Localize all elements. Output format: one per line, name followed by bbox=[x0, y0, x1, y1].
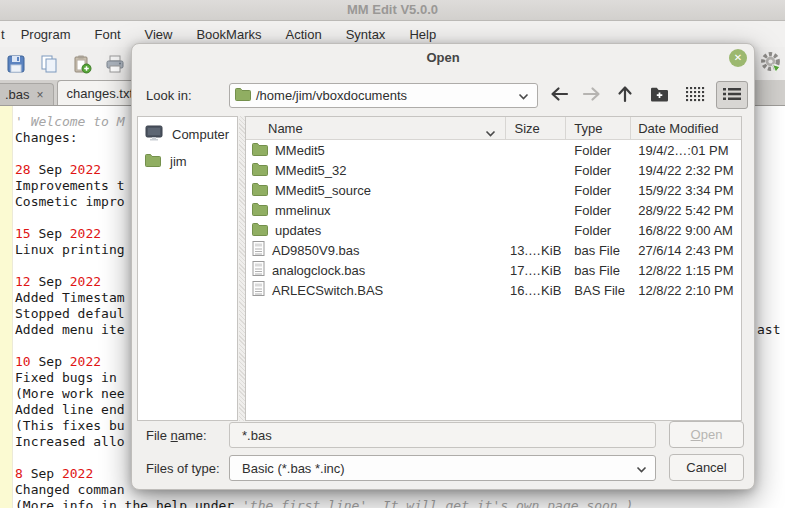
code-segment: Fixed bugs in bbox=[15, 370, 125, 385]
back-icon-button[interactable] bbox=[546, 84, 572, 106]
code-segment: 28 bbox=[15, 162, 31, 177]
copy-icon[interactable] bbox=[37, 52, 61, 76]
code-segment: Increased allo bbox=[15, 434, 125, 449]
code-line: (More info in the help under 'the first … bbox=[15, 498, 785, 508]
column-header-label: Date Modified bbox=[638, 121, 718, 136]
files-of-type-combobox[interactable]: Basic (*.bas *.inc) bbox=[229, 455, 656, 481]
cell-name: MMedit5_32 bbox=[246, 162, 506, 179]
cancel-button-label: Cancel bbox=[686, 460, 726, 475]
sidebar-item-jim[interactable]: jim bbox=[138, 148, 237, 175]
window-titlebar[interactable]: MM Edit V5.0.0 bbox=[0, 0, 785, 21]
file-row-updates[interactable]: updatesFolder16/8/22 9:00 AM bbox=[246, 220, 741, 240]
file-row-arlecswitch-bas[interactable]: ARLECSwitch.BAS16.…KiBBAS File12/8/22 2:… bbox=[246, 280, 741, 300]
column-header-type[interactable]: Type bbox=[566, 117, 631, 139]
code-segment: (More work nee bbox=[15, 386, 125, 401]
sidebar-item-label: jim bbox=[170, 154, 187, 169]
code-segment: Sep bbox=[23, 466, 62, 481]
computer-icon bbox=[145, 125, 163, 144]
cell-size: 17.…KiB bbox=[506, 263, 566, 278]
folder-icon bbox=[252, 142, 268, 159]
cell-type: Folder bbox=[566, 203, 631, 218]
cell-type: BAS File bbox=[566, 283, 631, 298]
file-row-mmedit5_source[interactable]: MMedit5_sourceFolder15/9/22 3:34 PM bbox=[246, 180, 741, 200]
open-dialog: Open ✕ Look in: /home/jim/vboxdocuments … bbox=[131, 43, 755, 490]
code-segment: Added Timestam bbox=[15, 290, 125, 305]
file-name-text: ARLECSwitch.BAS bbox=[272, 283, 383, 298]
file-icon bbox=[252, 281, 265, 299]
gear-icon[interactable] bbox=[759, 50, 782, 76]
code-segment: 2022 bbox=[70, 354, 101, 369]
file-list: NameSizeTypeDate Modified MMedit5Folder1… bbox=[245, 116, 742, 421]
file-row-mmedit5_32[interactable]: MMedit5_32Folder19/4/22 2:32 PM bbox=[246, 160, 741, 180]
file-icon bbox=[252, 261, 265, 279]
file-row-ad9850v9-bas[interactable]: AD9850V9.bas13.…KiBbas File27/6/14 2:43 … bbox=[246, 240, 741, 260]
column-header-label: Type bbox=[574, 121, 602, 136]
file-name-value: *.bas bbox=[242, 428, 272, 443]
tab--bas[interactable]: .bas× bbox=[0, 83, 54, 105]
code-segment: 2022 bbox=[70, 274, 101, 289]
paste-icon[interactable] bbox=[70, 52, 94, 76]
chevron-down-icon[interactable] bbox=[628, 461, 655, 476]
grid-view-icon-button[interactable] bbox=[682, 84, 708, 106]
column-header-date-modified[interactable]: Date Modified bbox=[631, 117, 741, 139]
code-segment: 12 bbox=[15, 274, 31, 289]
forward-icon bbox=[581, 85, 603, 106]
sidebar-item-computer[interactable]: Computer bbox=[138, 121, 237, 148]
cell-name: mmelinux bbox=[246, 202, 506, 219]
chevron-down-icon[interactable] bbox=[510, 88, 537, 103]
cell-name: analogclock.bas bbox=[246, 261, 506, 279]
file-name-text: updates bbox=[275, 223, 321, 238]
list-view-icon-button[interactable] bbox=[716, 81, 748, 109]
file-row-mmedit5[interactable]: MMedit5Folder19/4/2…:01 PM bbox=[246, 140, 741, 160]
code-segment: ' Welcome to M bbox=[15, 114, 125, 129]
open-button[interactable]: Open bbox=[669, 421, 744, 448]
column-header-size[interactable]: Size bbox=[506, 117, 566, 139]
cell-date: 12/8/22 2:10 PM bbox=[631, 283, 741, 298]
code-segment: Sep bbox=[31, 162, 70, 177]
menu-item-t[interactable]: t bbox=[0, 22, 9, 47]
places-sidebar: Computerjim bbox=[137, 116, 238, 421]
code-segment: Added line end bbox=[15, 402, 125, 417]
list-view-icon bbox=[723, 87, 741, 104]
folder-icon bbox=[235, 87, 251, 104]
print-icon[interactable] bbox=[103, 52, 127, 76]
file-name-text: AD9850V9.bas bbox=[272, 243, 359, 258]
cell-type: Folder bbox=[566, 223, 631, 238]
file-name-label-key: n bbox=[171, 428, 178, 443]
back-icon bbox=[548, 85, 570, 106]
menu-item-font[interactable]: Font bbox=[82, 22, 132, 47]
cancel-button[interactable]: Cancel bbox=[669, 454, 744, 481]
cell-date: 12/8/22 1:15 PM bbox=[631, 263, 741, 278]
folder-icon bbox=[252, 202, 268, 219]
cell-name: MMedit5 bbox=[246, 142, 506, 159]
folder-icon bbox=[252, 182, 268, 199]
new-folder-icon-button[interactable] bbox=[646, 84, 672, 106]
column-header-label: Name bbox=[268, 121, 303, 136]
open-button-rest: pen bbox=[701, 427, 723, 442]
file-name-input[interactable]: *.bas bbox=[229, 422, 656, 448]
cell-name: updates bbox=[246, 222, 506, 239]
file-row-mmelinux[interactable]: mmelinuxFolder28/9/22 5:42 PM bbox=[246, 200, 741, 220]
up-icon-button[interactable] bbox=[612, 84, 638, 106]
column-header-name[interactable]: Name bbox=[246, 117, 506, 139]
screen: { "window": { "title": "MM Edit V5.0.0",… bbox=[0, 0, 785, 508]
dialog-title[interactable]: Open bbox=[132, 44, 754, 74]
code-segment: Sep bbox=[31, 274, 70, 289]
code-segment: Sep bbox=[31, 226, 70, 241]
cell-name: AD9850V9.bas bbox=[246, 241, 506, 259]
menu-item-program[interactable]: Program bbox=[9, 22, 83, 47]
cell-type: Folder bbox=[566, 143, 631, 158]
code-segment: 2022 bbox=[70, 226, 101, 241]
file-row-analogclock-bas[interactable]: analogclock.bas17.…KiBbas File12/8/22 1:… bbox=[246, 260, 741, 280]
close-icon[interactable]: ✕ bbox=[729, 49, 747, 67]
sort-chevron-icon[interactable] bbox=[485, 125, 496, 140]
look-in-combobox[interactable]: /home/jim/vboxdocuments bbox=[229, 83, 538, 108]
save-icon[interactable] bbox=[4, 52, 28, 76]
editor-gutter bbox=[0, 106, 13, 508]
sidebar-item-label: Computer bbox=[172, 127, 229, 142]
grid-view-icon bbox=[685, 86, 706, 105]
close-icon[interactable]: × bbox=[37, 88, 44, 102]
cell-type: Folder bbox=[566, 163, 631, 178]
tab-label: changes.txt bbox=[67, 86, 134, 101]
code-segment: Stopped defaul bbox=[15, 306, 125, 321]
